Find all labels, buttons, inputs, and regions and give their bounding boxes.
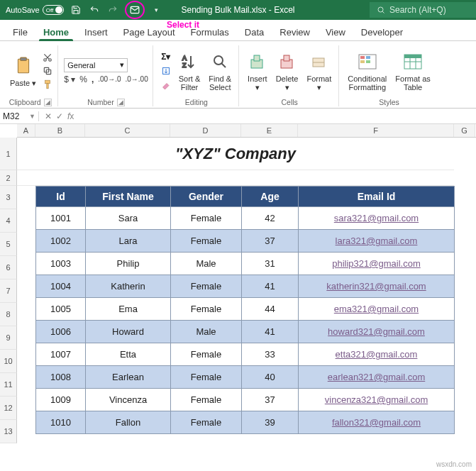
clipboard-dialog-launcher[interactable]: ◢ <box>44 99 52 106</box>
cell-email[interactable]: fallon321@gmail.com <box>299 411 455 434</box>
col-header-E[interactable]: E <box>241 124 298 137</box>
email-link[interactable]: earlean321@gmail.com <box>328 372 426 382</box>
col-header-B[interactable]: B <box>35 124 85 137</box>
qat-dropdown-icon[interactable]: ▾ <box>150 4 163 16</box>
col-header-A[interactable]: A <box>17 124 35 137</box>
worksheet[interactable]: ABCDEFG 12345678910111213 "XYZ" Company … <box>0 124 476 443</box>
number-format-select[interactable]: General▾ <box>64 58 128 72</box>
cell-gender[interactable]: Female <box>171 366 242 389</box>
cell-first[interactable]: Earlean <box>86 366 171 389</box>
email-link[interactable]: philip321@gmail.com <box>332 258 420 269</box>
increase-decimal-button[interactable]: .00→.0 <box>98 75 121 83</box>
cell-email[interactable]: ema321@gmail.com <box>299 298 455 321</box>
find-select-button[interactable]: Find & Select <box>206 49 234 93</box>
table-row[interactable]: 1008EarleanFemale40earlean321@gmail.com <box>36 366 455 389</box>
table-row[interactable]: 1003PhilipMale31philip321@gmail.com <box>36 253 455 275</box>
table-row[interactable]: 1005EmaFemale44ema321@gmail.com <box>36 298 455 321</box>
row-header-7[interactable]: 7 <box>0 279 17 303</box>
percent-format-button[interactable]: % <box>79 74 87 84</box>
row-headers[interactable]: 12345678910111213 <box>0 138 17 443</box>
cell-id[interactable]: 1009 <box>36 389 86 411</box>
cell-gender[interactable]: Female <box>171 298 242 321</box>
row-header-4[interactable]: 4 <box>0 209 17 233</box>
cell-first[interactable]: Fallon <box>86 411 171 434</box>
cell-id[interactable]: 1001 <box>36 207 86 230</box>
format-as-table-button[interactable]: Format as Table <box>392 49 433 93</box>
cell-first[interactable]: Katherin <box>86 275 171 298</box>
cell-id[interactable]: 1010 <box>36 411 86 434</box>
cell-age[interactable]: 42 <box>242 207 299 230</box>
cell-id[interactable]: 1008 <box>36 366 86 389</box>
row-header-2[interactable]: 2 <box>0 170 17 186</box>
enter-formula-icon[interactable]: ✓ <box>56 111 63 121</box>
row-header-1[interactable]: 1 <box>0 138 17 170</box>
table-row[interactable]: 1001SaraFemale42sara321@gmail.com <box>36 207 455 230</box>
cell-id[interactable]: 1005 <box>36 298 86 321</box>
cell-email[interactable]: earlean321@gmail.com <box>299 366 455 389</box>
table-row[interactable]: 1002LaraFemale37lara321@gmail.com <box>36 230 455 253</box>
autosum-button[interactable]: Σ▾ <box>159 51 173 62</box>
email-link[interactable]: sara321@gmail.com <box>334 213 419 223</box>
delete-cells-button[interactable]: Delete▾ <box>273 49 301 93</box>
redo-icon[interactable] <box>106 4 119 16</box>
table-row[interactable]: 1006HowardMale41howard321@gmail.com <box>36 321 455 343</box>
accounting-format-button[interactable]: $ ▾ <box>64 74 75 84</box>
cell-email[interactable]: katherin321@gmail.com <box>299 275 455 298</box>
cell-age[interactable]: 39 <box>242 411 299 434</box>
row-header-3[interactable]: 3 <box>0 186 17 209</box>
cancel-formula-icon[interactable]: ✕ <box>45 111 52 121</box>
format-painter-icon[interactable] <box>42 79 53 90</box>
cell-id[interactable]: 1006 <box>36 321 86 343</box>
name-box[interactable]: M32▼ <box>0 111 39 121</box>
cell-age[interactable]: 40 <box>242 366 299 389</box>
cell-age[interactable]: 33 <box>242 343 299 366</box>
cell-email[interactable]: sara321@gmail.com <box>299 207 455 230</box>
paste-button[interactable]: Paste ▾ <box>7 53 39 89</box>
cell-id[interactable]: 1003 <box>36 253 86 275</box>
clear-button[interactable] <box>159 79 173 91</box>
tab-page-layout[interactable]: Page Layout <box>116 23 182 40</box>
cell-first[interactable]: Etta <box>86 343 171 366</box>
row-header-6[interactable]: 6 <box>0 256 17 279</box>
cell-gender[interactable]: Female <box>171 230 242 253</box>
table-row[interactable]: 1007EttaFemale33etta321@gmail.com <box>36 343 455 366</box>
email-link[interactable]: lara321@gmail.com <box>336 236 418 246</box>
undo-icon[interactable] <box>88 4 101 16</box>
table-row[interactable]: 1004KatherinFemale41katherin321@gmail.co… <box>36 275 455 298</box>
col-header-D[interactable]: D <box>170 124 241 137</box>
cell-email[interactable]: etta321@gmail.com <box>299 343 455 366</box>
column-headers[interactable]: ABCDEFG <box>17 124 476 138</box>
decrease-decimal-button[interactable]: .0→.00 <box>125 75 148 83</box>
cell-gender[interactable]: Female <box>171 389 242 411</box>
table-row[interactable]: 1009VincenzaFemale37vincenza321@gmail.co… <box>36 389 455 411</box>
cell-email[interactable]: philip321@gmail.com <box>299 253 455 275</box>
email-link[interactable]: vincenza321@gmail.com <box>325 394 428 405</box>
copy-icon[interactable] <box>42 65 53 77</box>
row-header-11[interactable]: 11 <box>0 373 17 397</box>
cell-gender[interactable]: Male <box>171 253 242 275</box>
cell-first[interactable]: Sara <box>86 207 171 230</box>
cell-id[interactable]: 1002 <box>36 230 86 253</box>
email-link[interactable]: fallon321@gmail.com <box>332 417 421 428</box>
email-link[interactable]: howard321@gmail.com <box>328 326 425 337</box>
format-cells-button[interactable]: Format▾ <box>304 49 334 93</box>
cell-age[interactable]: 41 <box>242 275 299 298</box>
col-header-F[interactable]: F <box>298 124 454 137</box>
cut-icon[interactable] <box>42 52 53 63</box>
cell-first[interactable]: Ema <box>86 298 171 321</box>
autosave-toggle[interactable]: AutoSave Off <box>6 5 64 15</box>
email-link[interactable]: ema321@gmail.com <box>334 304 419 314</box>
fx-icon[interactable]: fx <box>67 111 74 121</box>
tab-view[interactable]: View <box>319 23 353 40</box>
cell-email[interactable]: vincenza321@gmail.com <box>299 389 455 411</box>
row-header-9[interactable]: 9 <box>0 326 17 350</box>
cell-first[interactable]: Howard <box>86 321 171 343</box>
row-header-5[interactable]: 5 <box>0 233 17 256</box>
cell-age[interactable]: 37 <box>242 230 299 253</box>
cell-age[interactable]: 41 <box>242 321 299 343</box>
save-icon[interactable] <box>70 4 82 16</box>
col-header-G[interactable]: G <box>454 124 475 137</box>
cell-id[interactable]: 1004 <box>36 275 86 298</box>
email-link[interactable]: etta321@gmail.com <box>336 349 418 360</box>
grid-area[interactable]: "XYZ" Company IdFirst NameGenderAgeEmail… <box>17 138 455 443</box>
